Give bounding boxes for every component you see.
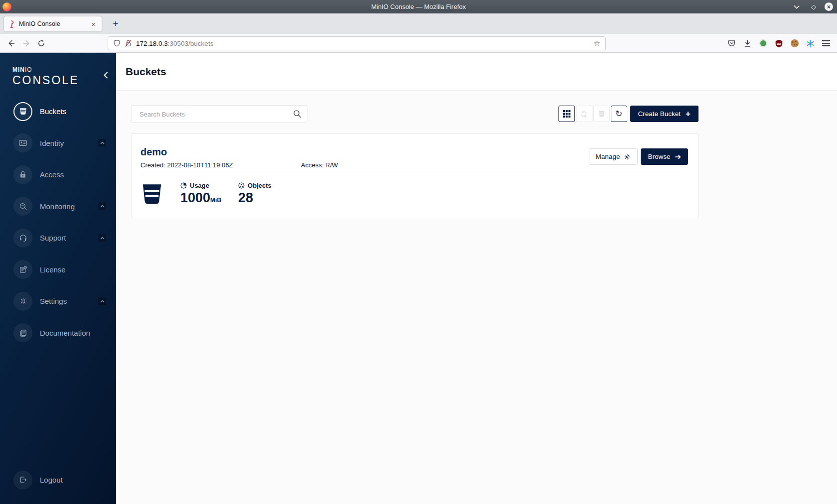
bucket-created: Created: 2022-08-10T11:19:06Z (140, 161, 301, 169)
chevron-up-icon[interactable] (98, 234, 106, 242)
bucket-card[interactable]: demo Created: 2022-08-10T11:19:06Z Acces… (131, 133, 698, 219)
window-titlebar: MinIO Console — Mozilla Firefox ◇ × (0, 0, 837, 13)
chevron-up-icon[interactable] (98, 297, 106, 305)
svg-text:uO: uO (777, 42, 781, 45)
bookmark-star-icon[interactable]: ☆ (594, 39, 600, 48)
sidebar-item-label: Access (40, 170, 64, 179)
browse-label: Browse (648, 153, 670, 160)
refresh-icon: ↻ (615, 110, 622, 118)
url-bar[interactable]: 172.18.0.3:30503/buckets ☆ (108, 36, 606, 50)
sidebar-item-label: Identity (40, 139, 64, 147)
plus-icon: + (686, 110, 691, 118)
chevron-up-icon[interactable] (98, 202, 106, 210)
tab-bar: MinIO Console × + (0, 13, 837, 34)
search-icon (293, 110, 301, 118)
manage-label: Manage (596, 153, 620, 160)
navigation-toolbar: 172.18.0.3:30503/buckets ☆ uO (0, 34, 837, 53)
window-title: MinIO Console — Mozilla Firefox (0, 3, 837, 10)
sidebar-item-license[interactable]: License (0, 254, 116, 286)
reload-icon[interactable] (34, 36, 49, 50)
set-replication-button (576, 106, 592, 122)
ublock-origin-icon[interactable]: uO (775, 39, 783, 48)
sidebar-item-support[interactable]: Support (0, 222, 116, 254)
url-text[interactable]: 172.18.0.3:30503/buckets (136, 40, 590, 47)
objects-label: Objects (248, 182, 272, 189)
sidebar-item-settings[interactable]: Settings (0, 285, 116, 317)
bucket-large-icon (140, 182, 163, 206)
main-content: Buckets (116, 53, 837, 504)
delete-buckets-button (593, 106, 610, 122)
usage-unit: MiB (210, 197, 221, 204)
sidebar-item-identity[interactable]: Identity (0, 127, 116, 159)
gear-icon (13, 292, 32, 311)
downloads-icon[interactable] (743, 39, 752, 48)
sidebar-item-label: Monitoring (40, 202, 75, 211)
sidebar-item-logout[interactable]: Logout (0, 464, 116, 496)
logo-brand-light: IO (25, 66, 32, 73)
sidebar: MINIO CONSOLE Buckets Identity (0, 53, 116, 504)
sidebar-item-documentation[interactable]: Documentation (0, 317, 116, 349)
logout-icon (13, 471, 32, 490)
sidebar-item-label: Buckets (40, 107, 66, 116)
multicolor-asterisk-extension-icon[interactable] (806, 39, 815, 48)
logo-product: CONSOLE (12, 74, 79, 87)
shield-permissions-icon[interactable] (113, 39, 121, 47)
back-icon[interactable] (4, 36, 19, 50)
create-bucket-label: Create Bucket (638, 110, 681, 118)
sidebar-item-buckets[interactable]: Buckets (0, 96, 116, 127)
sidebar-item-access[interactable]: Access (0, 159, 116, 191)
page-title: Buckets (126, 66, 166, 78)
usage-value: 1000 (180, 190, 210, 205)
bucket-delete-icon (598, 110, 605, 118)
sidebar-item-label: Support (40, 234, 66, 242)
close-window-icon[interactable]: × (825, 2, 833, 11)
browse-button[interactable]: Browse ➔ (641, 148, 688, 165)
url-path: :30503/buckets (168, 40, 214, 47)
browser-tab[interactable]: MinIO Console × (4, 16, 102, 31)
sidebar-collapse-icon[interactable] (103, 72, 108, 79)
close-tab-icon[interactable]: × (89, 20, 98, 28)
logo-brand-bold: MIN (12, 66, 25, 73)
arrow-right-icon: ➔ (675, 152, 681, 161)
identity-card-icon (13, 133, 32, 152)
create-bucket-button[interactable]: Create Bucket + (630, 106, 698, 122)
new-tab-button[interactable]: + (109, 17, 122, 30)
cookie-extension-icon[interactable] (791, 39, 799, 47)
grid-view-icon (563, 110, 570, 118)
sidebar-item-label: Settings (40, 297, 67, 305)
objects-stat: Objects 28 (238, 182, 272, 205)
page-header: Buckets (116, 53, 837, 91)
replication-arrows-icon (580, 110, 588, 118)
lock-icon (13, 165, 32, 184)
chevron-up-icon[interactable] (98, 139, 106, 147)
sidebar-item-monitoring[interactable]: Monitoring (0, 191, 116, 223)
gear-icon (624, 153, 631, 160)
refresh-button[interactable]: ↻ (611, 106, 627, 122)
bucket-icon (13, 102, 32, 121)
objects-icon (238, 182, 245, 189)
usage-pie-icon (180, 182, 187, 189)
minimize-icon[interactable] (794, 5, 803, 9)
headset-icon (13, 229, 32, 248)
objects-value: 28 (238, 191, 272, 205)
manage-button[interactable]: Manage (589, 148, 638, 165)
maximize-icon[interactable]: ◇ (809, 3, 818, 10)
search-input[interactable] (131, 105, 307, 123)
extension-green-icon[interactable] (759, 39, 767, 47)
usage-stat: Usage 1000MiB (180, 182, 221, 207)
grid-view-button[interactable] (558, 106, 575, 122)
forward-icon[interactable] (19, 36, 34, 50)
tab-title: MinIO Console (19, 20, 89, 27)
minio-console-logo: MINIO CONSOLE (12, 66, 79, 87)
pocket-icon[interactable] (727, 39, 736, 48)
insecure-lock-icon[interactable] (125, 39, 132, 47)
card-divider (140, 175, 689, 175)
monitoring-magnifier-icon (13, 197, 32, 216)
documentation-pages-icon (13, 323, 32, 342)
license-document-icon (13, 260, 32, 279)
hamburger-menu-icon[interactable] (822, 40, 830, 47)
sidebar-item-label: License (40, 265, 66, 274)
bucket-access: Access: R/W (301, 161, 338, 169)
url-host: 172.18.0.3 (136, 40, 168, 47)
sidebar-item-label: Logout (40, 476, 63, 484)
